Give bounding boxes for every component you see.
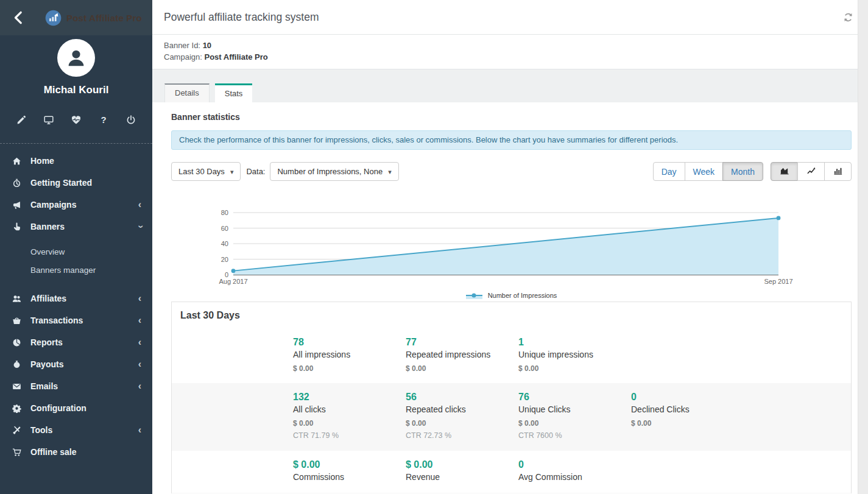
stat-value: 76 xyxy=(518,391,631,403)
stat-label: All impressions xyxy=(293,348,406,361)
pencil-icon[interactable] xyxy=(16,115,27,125)
sidebar-subitem-overview[interactable]: Overview xyxy=(0,242,152,261)
sidebar-item-campaigns[interactable]: Campaigns‹ xyxy=(0,194,152,216)
stat-unique-impressions: 1Unique impressions$ 0.00 xyxy=(518,336,631,374)
sidebar-item-reports[interactable]: Reports‹ xyxy=(0,331,152,353)
range-dropdown[interactable]: Last 30 Days xyxy=(171,162,241,181)
user-toolbar: ? xyxy=(0,115,152,125)
tools-icon xyxy=(12,426,22,435)
basket-icon xyxy=(12,316,22,325)
back-button[interactable] xyxy=(11,9,28,26)
money-bag-icon xyxy=(12,360,22,369)
sidebar-item-affiliates[interactable]: Affiliates‹ xyxy=(0,288,152,309)
stat-label: Revenue xyxy=(406,471,518,484)
scrollbar[interactable] xyxy=(858,0,868,494)
period-button-week[interactable]: Week xyxy=(685,162,724,181)
impressions-chart: 020406080Aug 2017Sep 2017 Number of Impr… xyxy=(171,205,852,300)
banner-id-value: 10 xyxy=(203,41,211,50)
chevron-left-icon xyxy=(11,10,26,25)
chevron-left-icon: ‹ xyxy=(138,425,141,435)
avatar[interactable] xyxy=(57,39,95,77)
campaign-label: Campaign: xyxy=(164,52,202,62)
stat-all-impressions: 78All impressions$ 0.00 xyxy=(293,336,406,374)
chevron-left-icon: ‹ xyxy=(138,381,141,391)
y-tick-label: 80 xyxy=(221,209,228,216)
sidebar-item-banners[interactable]: Banners‹ xyxy=(0,216,152,238)
refresh-icon[interactable] xyxy=(843,12,853,25)
stat-ctr: CTR 72.73 % xyxy=(406,430,518,442)
app-logo: Post Affiliate Pro xyxy=(45,10,142,26)
chevron-left-icon: ‹ xyxy=(138,337,141,347)
stat-label: Repeated impressions xyxy=(406,348,518,361)
period-button-month[interactable]: Month xyxy=(722,162,763,181)
chevron-left-icon: ‹ xyxy=(138,316,141,325)
summary-panel: Last 30 Days 78All impressions$ 0.0077Re… xyxy=(171,302,852,493)
heartbeat-icon[interactable] xyxy=(71,115,82,125)
data-dropdown-value: Number of Impressions, None xyxy=(277,167,383,176)
stat-avg-commission: 0Avg Commission xyxy=(518,459,631,484)
logo-icon xyxy=(45,10,62,26)
app-root: Post Affiliate Pro Michal Kouril ? HomeG… xyxy=(0,0,868,494)
chevron-left-icon: ‹ xyxy=(138,294,141,303)
bar-chart-button[interactable] xyxy=(824,162,852,181)
x-tick-label: Aug 2017 xyxy=(219,278,247,285)
area-chart-icon xyxy=(779,166,790,177)
megaphone-icon xyxy=(12,200,22,210)
tabs: DetailsStats xyxy=(164,83,252,102)
summary-panel-title: Last 30 Days xyxy=(172,302,851,328)
stat-money: $ 0.00 xyxy=(293,363,406,374)
tab-details[interactable]: Details xyxy=(164,83,210,102)
range-dropdown-value: Last 30 Days xyxy=(178,167,225,176)
stat-label: Unique Clicks xyxy=(518,403,631,416)
period-button-group: DayWeekMonth xyxy=(653,162,763,181)
line-chart-button[interactable] xyxy=(797,162,825,181)
area-chart-button[interactable] xyxy=(771,162,798,181)
stat-commissions: $ 0.00Commissions xyxy=(293,459,406,484)
sidebar-item-home[interactable]: Home xyxy=(0,150,152,172)
sidebar-item-transactions[interactable]: Transactions‹ xyxy=(0,309,152,331)
sidebar-item-offline-sale[interactable]: Offline sale xyxy=(0,441,152,463)
monitor-icon[interactable] xyxy=(43,115,54,125)
data-dropdown[interactable]: Number of Impressions, None xyxy=(270,162,398,181)
y-tick-label: 40 xyxy=(221,240,228,247)
y-tick-label: 20 xyxy=(221,256,228,263)
stat-label: Declined Clicks xyxy=(631,403,744,416)
stat-label: Unique impressions xyxy=(518,348,631,361)
chevron-left-icon: ‹ xyxy=(138,359,141,369)
sidebar: Post Affiliate Pro Michal Kouril ? HomeG… xyxy=(0,0,152,494)
pie-chart-icon xyxy=(12,338,22,347)
sidebar-item-tools[interactable]: Tools‹ xyxy=(0,419,152,441)
chart-legend[interactable]: Number of Impressions xyxy=(171,291,852,300)
stats-row-partial xyxy=(172,493,851,493)
sidebar-item-configuration[interactable]: Configuration xyxy=(0,397,152,419)
power-icon[interactable] xyxy=(125,115,136,125)
tab-stats[interactable]: Stats xyxy=(215,83,253,102)
period-button-day[interactable]: Day xyxy=(653,162,685,181)
stat-value: 0 xyxy=(518,459,631,471)
stat-value: 77 xyxy=(406,336,518,348)
help-icon[interactable]: ? xyxy=(98,115,109,125)
sidebar-subitem-banners-manager[interactable]: Banners manager xyxy=(0,261,152,279)
stat-value: 78 xyxy=(293,336,406,348)
sidebar-item-payouts[interactable]: Payouts‹ xyxy=(0,353,152,375)
stats-row: 78All impressions$ 0.0077Repeated impres… xyxy=(172,328,851,383)
stat-all-clicks: 132All clicks$ 0.00CTR 71.79 % xyxy=(293,391,406,442)
sidebar-sublist: OverviewBanners manager xyxy=(0,242,152,279)
banner-info: Banner Id: 10 Campaign: Post Affiliate P… xyxy=(152,35,868,69)
stopwatch-icon xyxy=(12,178,22,188)
stat-label: All clicks xyxy=(293,403,406,416)
stats-row: $ 0.00Commissions$ 0.00Revenue0Avg Commi… xyxy=(172,451,851,493)
stat-label: Avg Commission xyxy=(518,471,631,484)
top-header: Powerful affiliate tracking system xyxy=(152,0,868,35)
stat-value: 0 xyxy=(631,391,744,403)
person-icon xyxy=(65,47,87,69)
summary-rows: 78All impressions$ 0.0077Repeated impres… xyxy=(172,328,851,493)
gear-icon xyxy=(12,404,22,413)
data-point[interactable] xyxy=(231,269,236,273)
sidebar-item-getting-started[interactable]: Getting Started xyxy=(0,172,152,194)
stat-money: $ 0.00 xyxy=(406,418,518,429)
sidebar-item-emails[interactable]: Emails‹ xyxy=(0,375,152,397)
stat-revenue: $ 0.00Revenue xyxy=(406,459,518,484)
data-point[interactable] xyxy=(777,216,781,221)
stat-repeated-impressions: 77Repeated impressions$ 0.00 xyxy=(406,336,518,374)
